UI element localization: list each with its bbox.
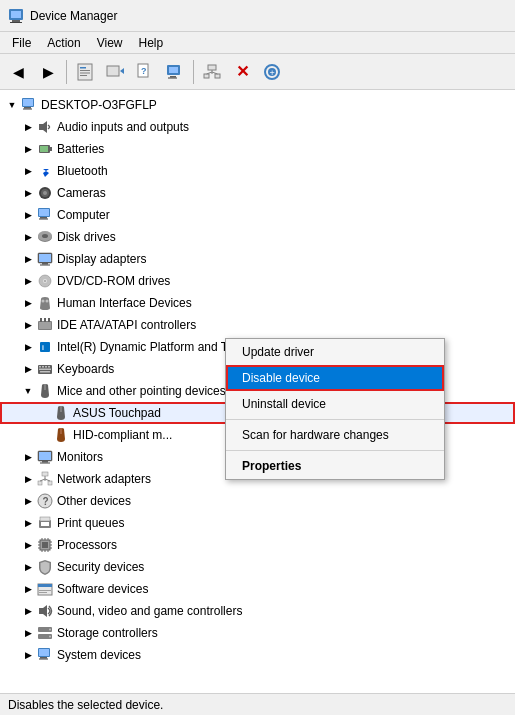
tree-audio[interactable]: ▶ Audio inputs and outputs bbox=[0, 116, 515, 138]
svg-rect-100 bbox=[38, 584, 52, 587]
expand-display[interactable]: ▶ bbox=[20, 251, 36, 267]
svg-rect-109 bbox=[39, 649, 49, 656]
menu-action[interactable]: Action bbox=[39, 34, 88, 52]
expand-other[interactable]: ▶ bbox=[20, 493, 36, 509]
tree-computer[interactable]: ▶ Computer bbox=[0, 204, 515, 226]
svg-rect-4 bbox=[78, 64, 92, 80]
expand-storage[interactable]: ▶ bbox=[20, 625, 36, 641]
asus-label: ASUS Touchpad bbox=[73, 406, 161, 420]
svg-point-43 bbox=[42, 234, 48, 238]
tree-dvd[interactable]: ▶ DVD/CD-ROM drives bbox=[0, 270, 515, 292]
expand-cameras[interactable]: ▶ bbox=[20, 185, 36, 201]
properties-button[interactable] bbox=[71, 58, 99, 86]
expand-audio[interactable]: ▶ bbox=[20, 119, 36, 135]
tree-bluetooth[interactable]: ▶ Bluetooth bbox=[0, 160, 515, 182]
tree-cameras[interactable]: ▶ Cameras bbox=[0, 182, 515, 204]
menu-file[interactable]: File bbox=[4, 34, 39, 52]
expand-root[interactable]: ▼ bbox=[4, 97, 20, 113]
expand-bluetooth[interactable]: ▶ bbox=[20, 163, 36, 179]
forward-button[interactable]: ▶ bbox=[34, 58, 62, 86]
computer-label: Computer bbox=[57, 208, 110, 222]
context-scan-hardware[interactable]: Scan for hardware changes bbox=[226, 422, 444, 448]
expand-dvd[interactable]: ▶ bbox=[20, 273, 36, 289]
expand-security[interactable]: ▶ bbox=[20, 559, 36, 575]
expand-hid[interactable]: ▶ bbox=[20, 295, 36, 311]
tree-storage[interactable]: ▶ Storage controllers bbox=[0, 622, 515, 644]
tree-security[interactable]: ▶ Security devices bbox=[0, 556, 515, 578]
context-properties[interactable]: Properties bbox=[226, 453, 444, 479]
tree-computer-root[interactable]: ▼ DESKTOP-O3FGFLP bbox=[0, 94, 515, 116]
svg-rect-84 bbox=[40, 517, 50, 521]
tree-print[interactable]: ▶ Print queues bbox=[0, 512, 515, 534]
expand-system[interactable]: ▶ bbox=[20, 647, 36, 663]
svg-marker-103 bbox=[39, 605, 47, 617]
sound-icon bbox=[36, 602, 54, 620]
svg-rect-8 bbox=[80, 75, 87, 76]
svg-rect-46 bbox=[42, 263, 48, 265]
svg-rect-29 bbox=[23, 109, 32, 110]
title-bar: Device Manager bbox=[0, 0, 515, 32]
svg-rect-54 bbox=[39, 322, 51, 329]
delete-button[interactable]: ✕ bbox=[228, 58, 256, 86]
tree-batteries[interactable]: ▶ Batteries bbox=[0, 138, 515, 160]
expand-intel[interactable]: ▶ bbox=[20, 339, 36, 355]
menu-view[interactable]: View bbox=[89, 34, 131, 52]
tree-display[interactable]: ▶ Display adapters bbox=[0, 248, 515, 270]
tree-hid[interactable]: ▶ Human Interface Devices bbox=[0, 292, 515, 314]
help-button[interactable]: ? bbox=[131, 58, 159, 86]
back-button[interactable]: ◀ bbox=[4, 58, 32, 86]
menu-bar: File Action View Help bbox=[0, 32, 515, 54]
refresh-button[interactable]: + bbox=[258, 58, 286, 86]
tree-disk[interactable]: ▶ Disk drives bbox=[0, 226, 515, 248]
network-label: Network adapters bbox=[57, 472, 151, 486]
window-title: Device Manager bbox=[30, 9, 117, 23]
context-disable-device[interactable]: Disable device bbox=[226, 365, 444, 391]
svg-rect-74 bbox=[42, 472, 48, 476]
svg-point-36 bbox=[43, 191, 47, 195]
expand-computer[interactable]: ▶ bbox=[20, 207, 36, 223]
tree-processors[interactable]: ▶ Proces bbox=[0, 534, 515, 556]
svg-point-106 bbox=[49, 629, 51, 631]
svg-rect-2 bbox=[12, 20, 20, 22]
intel-icon: i bbox=[36, 338, 54, 356]
network-button[interactable] bbox=[198, 58, 226, 86]
expand-network[interactable]: ▶ bbox=[20, 471, 36, 487]
bluetooth-icon bbox=[36, 162, 54, 180]
display-label: Display adapters bbox=[57, 252, 146, 266]
expand-mice[interactable]: ▼ bbox=[20, 383, 36, 399]
hid-compliant-icon bbox=[52, 426, 70, 444]
update-driver-button[interactable] bbox=[101, 58, 129, 86]
svg-rect-102 bbox=[39, 592, 47, 593]
tree-other[interactable]: ▶ ? Other devices bbox=[0, 490, 515, 512]
expand-sound[interactable]: ▶ bbox=[20, 603, 36, 619]
svg-text:?: ? bbox=[43, 496, 49, 507]
expand-batteries[interactable]: ▶ bbox=[20, 141, 36, 157]
scan-button[interactable] bbox=[161, 58, 189, 86]
context-menu: Update driver Disable device Uninstall d… bbox=[225, 338, 445, 480]
svg-rect-16 bbox=[168, 77, 177, 78]
expand-print[interactable]: ▶ bbox=[20, 515, 36, 531]
expand-keyboards[interactable]: ▶ bbox=[20, 361, 36, 377]
tree-sound[interactable]: ▶ Sound, video and game controllers bbox=[0, 600, 515, 622]
mice-label: Mice and other pointing devices bbox=[57, 384, 226, 398]
expand-software[interactable]: ▶ bbox=[20, 581, 36, 597]
svg-rect-83 bbox=[41, 522, 49, 526]
expand-monitors[interactable]: ▶ bbox=[20, 449, 36, 465]
tree-system[interactable]: ▶ System devices bbox=[0, 644, 515, 666]
title-bar-icon bbox=[8, 8, 24, 24]
svg-rect-38 bbox=[39, 209, 49, 216]
svg-rect-15 bbox=[170, 76, 176, 78]
svg-point-52 bbox=[46, 300, 49, 303]
tree-ide[interactable]: ▶ IDE ATA/ATAPI controllers bbox=[0, 314, 515, 336]
dvd-icon bbox=[36, 272, 54, 290]
expand-processors[interactable]: ▶ bbox=[20, 537, 36, 553]
toolbar: ◀ ▶ ? bbox=[0, 54, 515, 90]
tree-software[interactable]: ▶ Software devices bbox=[0, 578, 515, 600]
monitors-icon bbox=[36, 448, 54, 466]
expand-ide[interactable]: ▶ bbox=[20, 317, 36, 333]
context-update-driver[interactable]: Update driver bbox=[226, 339, 444, 365]
keyboard-icon bbox=[36, 360, 54, 378]
context-uninstall-device[interactable]: Uninstall device bbox=[226, 391, 444, 417]
menu-help[interactable]: Help bbox=[131, 34, 172, 52]
expand-disk[interactable]: ▶ bbox=[20, 229, 36, 245]
